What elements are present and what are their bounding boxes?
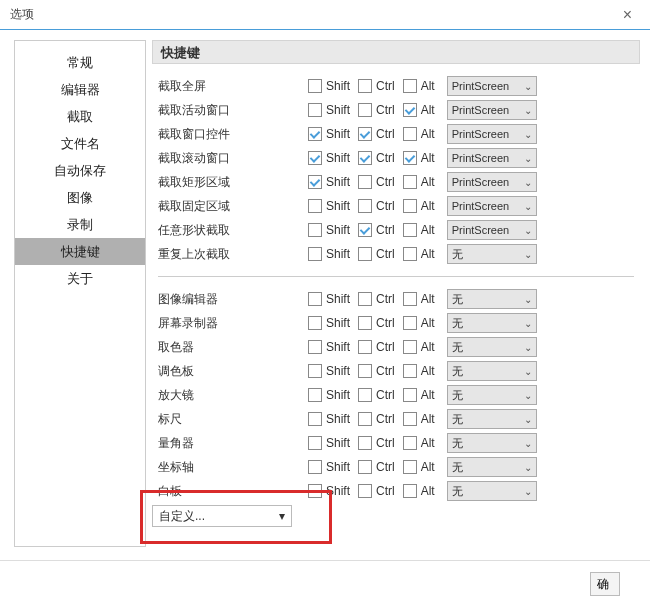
key-select[interactable]: 无⌄ <box>447 313 537 333</box>
close-icon[interactable]: × <box>615 2 640 28</box>
shift-checkbox[interactable]: Shift <box>308 316 350 330</box>
alt-checkbox[interactable]: Alt <box>403 460 435 474</box>
shift-checkbox[interactable]: Shift <box>308 247 350 261</box>
checkbox-box <box>358 247 372 261</box>
key-select[interactable]: PrintScreen⌄ <box>447 172 537 192</box>
ctrl-checkbox[interactable]: Ctrl <box>358 364 395 378</box>
alt-checkbox[interactable]: Alt <box>403 127 435 141</box>
ctrl-checkbox[interactable]: Ctrl <box>358 412 395 426</box>
checkbox-box <box>308 127 322 141</box>
checkbox-box <box>403 175 417 189</box>
sidebar-item-8[interactable]: 关于 <box>15 265 145 292</box>
alt-checkbox[interactable]: Alt <box>403 223 435 237</box>
shift-checkbox[interactable]: Shift <box>308 199 350 213</box>
alt-checkbox[interactable]: Alt <box>403 103 435 117</box>
key-select[interactable]: PrintScreen⌄ <box>447 196 537 216</box>
ctrl-checkbox[interactable]: Ctrl <box>358 175 395 189</box>
ctrl-checkbox[interactable]: Ctrl <box>358 223 395 237</box>
shift-checkbox[interactable]: Shift <box>308 223 350 237</box>
shift-checkbox[interactable]: Shift <box>308 175 350 189</box>
key-select[interactable]: 无⌄ <box>447 409 537 429</box>
key-select[interactable]: 无⌄ <box>447 244 537 264</box>
alt-checkbox[interactable]: Alt <box>403 388 435 402</box>
alt-checkbox[interactable]: Alt <box>403 436 435 450</box>
key-select[interactable]: PrintScreen⌄ <box>447 100 537 120</box>
sidebar-item-3[interactable]: 文件名 <box>15 130 145 157</box>
sidebar-item-7[interactable]: 快捷键 <box>15 238 145 265</box>
ctrl-checkbox[interactable]: Ctrl <box>358 292 395 306</box>
alt-checkbox[interactable]: Alt <box>403 247 435 261</box>
shift-checkbox[interactable]: Shift <box>308 412 350 426</box>
ctrl-checkbox[interactable]: Ctrl <box>358 388 395 402</box>
sidebar-item-1[interactable]: 编辑器 <box>15 76 145 103</box>
key-select[interactable]: PrintScreen⌄ <box>447 148 537 168</box>
ctrl-checkbox[interactable]: Ctrl <box>358 103 395 117</box>
key-select[interactable]: 无⌄ <box>447 361 537 381</box>
shift-checkbox[interactable]: Shift <box>308 388 350 402</box>
ctrl-checkbox[interactable]: Ctrl <box>358 340 395 354</box>
key-select[interactable]: 无⌄ <box>447 337 537 357</box>
alt-checkbox[interactable]: Alt <box>403 292 435 306</box>
shift-checkbox[interactable]: Shift <box>308 79 350 93</box>
alt-checkbox[interactable]: Alt <box>403 175 435 189</box>
shift-checkbox[interactable]: Shift <box>308 484 350 498</box>
alt-checkbox[interactable]: Alt <box>403 151 435 165</box>
key-select[interactable]: PrintScreen⌄ <box>447 124 537 144</box>
hotkey-row: 截取活动窗口ShiftCtrlAltPrintScreen⌄ <box>158 98 634 122</box>
ctrl-checkbox[interactable]: Ctrl <box>358 199 395 213</box>
sidebar-item-5[interactable]: 图像 <box>15 184 145 211</box>
key-select[interactable]: 无⌄ <box>447 457 537 477</box>
alt-label: Alt <box>421 199 435 213</box>
ctrl-checkbox[interactable]: Ctrl <box>358 247 395 261</box>
checkbox-box <box>403 388 417 402</box>
shift-label: Shift <box>326 316 350 330</box>
shift-checkbox[interactable]: Shift <box>308 103 350 117</box>
key-select[interactable]: PrintScreen⌄ <box>447 220 537 240</box>
sidebar-item-4[interactable]: 自动保存 <box>15 157 145 184</box>
alt-checkbox[interactable]: Alt <box>403 340 435 354</box>
ok-button[interactable]: 确 <box>590 572 620 596</box>
key-select[interactable]: 无⌄ <box>447 481 537 501</box>
alt-checkbox[interactable]: Alt <box>403 484 435 498</box>
shift-checkbox[interactable]: Shift <box>308 364 350 378</box>
ctrl-checkbox[interactable]: Ctrl <box>358 316 395 330</box>
sidebar-item-6[interactable]: 录制 <box>15 211 145 238</box>
alt-label: Alt <box>421 340 435 354</box>
chevron-down-icon: ⌄ <box>524 366 532 377</box>
shift-checkbox[interactable]: Shift <box>308 292 350 306</box>
checkbox-box <box>403 247 417 261</box>
alt-checkbox[interactable]: Alt <box>403 316 435 330</box>
key-select[interactable]: 无⌄ <box>447 289 537 309</box>
custom-dropdown[interactable]: 自定义... ▾ <box>152 505 292 527</box>
sidebar-item-2[interactable]: 截取 <box>15 103 145 130</box>
ctrl-label: Ctrl <box>376 199 395 213</box>
alt-label: Alt <box>421 316 435 330</box>
checkbox-box <box>358 199 372 213</box>
alt-checkbox[interactable]: Alt <box>403 199 435 213</box>
ctrl-checkbox[interactable]: Ctrl <box>358 151 395 165</box>
alt-checkbox[interactable]: Alt <box>403 364 435 378</box>
shift-checkbox[interactable]: Shift <box>308 127 350 141</box>
key-select[interactable]: 无⌄ <box>447 433 537 453</box>
key-select[interactable]: PrintScreen⌄ <box>447 76 537 96</box>
sidebar-item-0[interactable]: 常规 <box>15 49 145 76</box>
shift-label: Shift <box>326 103 350 117</box>
alt-checkbox[interactable]: Alt <box>403 79 435 93</box>
ctrl-checkbox[interactable]: Ctrl <box>358 79 395 93</box>
hotkey-label: 放大镜 <box>158 387 308 404</box>
ctrl-checkbox[interactable]: Ctrl <box>358 484 395 498</box>
shift-checkbox[interactable]: Shift <box>308 436 350 450</box>
key-select[interactable]: 无⌄ <box>447 385 537 405</box>
checkbox-box <box>403 436 417 450</box>
hotkey-label: 图像编辑器 <box>158 291 308 308</box>
alt-checkbox[interactable]: Alt <box>403 412 435 426</box>
ctrl-checkbox[interactable]: Ctrl <box>358 127 395 141</box>
ctrl-checkbox[interactable]: Ctrl <box>358 436 395 450</box>
shift-checkbox[interactable]: Shift <box>308 460 350 474</box>
shift-checkbox[interactable]: Shift <box>308 340 350 354</box>
checkbox-box <box>308 460 322 474</box>
shift-checkbox[interactable]: Shift <box>308 151 350 165</box>
ctrl-checkbox[interactable]: Ctrl <box>358 460 395 474</box>
shift-label: Shift <box>326 412 350 426</box>
checkbox-box <box>358 103 372 117</box>
